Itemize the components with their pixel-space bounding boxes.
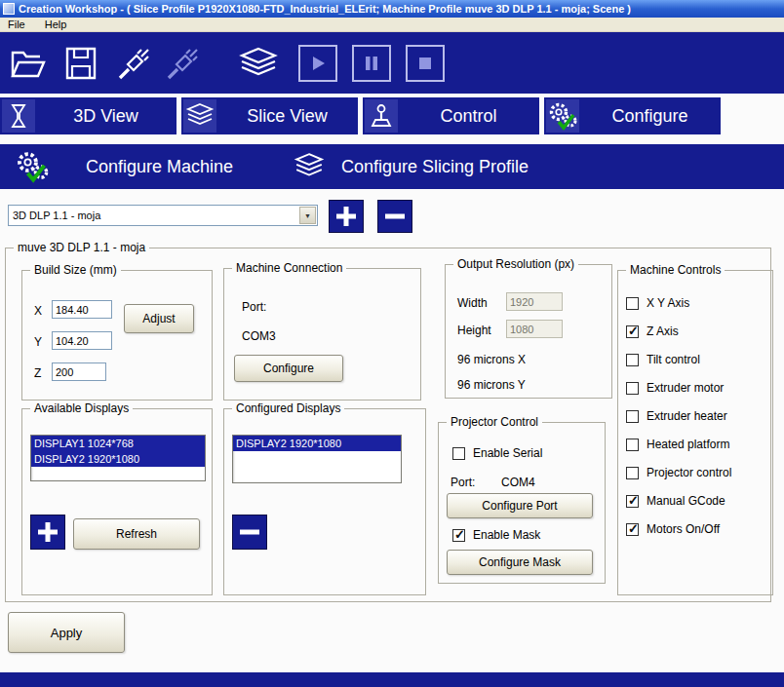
list-item-configured-display2[interactable]: DISPLAY2 1920*1080: [233, 436, 401, 451]
titlebar[interactable]: Creation Workshop - ( Slice Profile P192…: [0, 0, 784, 18]
connect-button[interactable]: [115, 40, 154, 87]
heated-platform-label: Heated platform: [647, 438, 729, 451]
tab-label-control: Control: [398, 106, 539, 127]
projector-control-group: Projector Control Enable Serial Port: CO…: [438, 422, 606, 584]
extruder-motor-label: Extruder motor: [647, 381, 724, 395]
tab-label-slice-view: Slice View: [216, 106, 358, 127]
disconnect-button[interactable]: [164, 40, 203, 87]
checkbox-row-extruder-heater: Extruder heater: [626, 409, 727, 423]
checkbox-row-manual-gcode: Manual GCode: [626, 494, 725, 508]
open-file-button[interactable]: [8, 40, 49, 87]
tab-control[interactable]: Control: [363, 97, 539, 134]
stop-button[interactable]: [406, 45, 445, 82]
disconnect-icon: [165, 45, 202, 82]
machine-connection-title: Machine Connection: [232, 261, 346, 275]
tilt-control-checkbox[interactable]: [626, 354, 639, 366]
manual-gcode-label: Manual GCode: [647, 494, 725, 508]
plus-icon: [36, 520, 59, 544]
checkbox-row-enable-mask: Enable Mask: [452, 528, 540, 542]
machine-profile-select[interactable]: 3D DLP 1.1 - moja: [8, 205, 318, 226]
open-folder-icon: [10, 47, 47, 80]
slice-button[interactable]: [236, 40, 281, 87]
subtab-label-configure-machine: Configure Machine: [86, 157, 233, 177]
xy-axis-label: X Y Axis: [647, 296, 689, 310]
app-icon: [3, 3, 15, 15]
machine-controls-title: Machine Controls: [626, 263, 725, 277]
microns-x-label: 96 microns X: [457, 353, 526, 366]
tilt-control-label: Tilt control: [647, 353, 700, 366]
dropdown-arrow-icon[interactable]: [299, 207, 316, 224]
tab-slice-view[interactable]: Slice View: [181, 97, 358, 134]
projector-port-label: Port:: [451, 476, 475, 489]
machine-settings-group-title: muve 3D DLP 1.1 - moja: [14, 241, 149, 254]
list-item-display2[interactable]: DISPLAY2 1920*1080: [31, 451, 205, 467]
machine-settings-group: muve 3D DLP 1.1 - moja Build Size (mm) X…: [5, 248, 771, 602]
apply-button[interactable]: Apply: [8, 612, 125, 653]
configure-port-button[interactable]: Configure Port: [447, 493, 593, 518]
subtab-label-configure-slicing-profile: Configure Slicing Profile: [341, 157, 529, 177]
checkbox-row-tilt-control: Tilt control: [626, 353, 700, 366]
available-displays-title: Available Displays: [30, 401, 133, 415]
z-axis-checkbox[interactable]: [626, 325, 639, 338]
extruder-heater-checkbox[interactable]: [626, 410, 639, 423]
checkbox-row-extruder-motor: Extruder motor: [626, 381, 724, 395]
slice-icon: [237, 45, 280, 82]
add-profile-button[interactable]: [329, 200, 364, 233]
pause-icon: [362, 54, 381, 73]
projector-control-checkbox[interactable]: [626, 467, 639, 479]
list-item-display1[interactable]: DISPLAY1 1024*768: [31, 436, 205, 451]
add-display-button[interactable]: [30, 515, 65, 550]
tab-configure[interactable]: Configure: [544, 97, 721, 134]
height-label: Height: [457, 324, 491, 337]
save-button[interactable]: [62, 40, 99, 87]
z-input[interactable]: [52, 363, 106, 381]
checkbox-row-motors-onoff: Motors On/Off: [626, 522, 720, 536]
menu-help[interactable]: Help: [45, 19, 67, 30]
remove-profile-button[interactable]: [377, 200, 412, 233]
extruder-motor-checkbox[interactable]: [626, 382, 639, 395]
refresh-displays-button[interactable]: Refresh: [73, 518, 200, 550]
heated-platform-checkbox[interactable]: [626, 439, 639, 451]
z-label: Z: [34, 366, 41, 380]
checkbox-row-enable-serial: Enable Serial: [452, 446, 542, 460]
output-resolution-title: Output Resolution (px): [453, 257, 578, 271]
tab-label-3d-view: 3D View: [35, 106, 176, 127]
checkbox-row-heated-platform: Heated platform: [626, 438, 729, 451]
joystick-icon: [365, 99, 398, 133]
enable-serial-checkbox[interactable]: [452, 447, 465, 460]
motors-onoff-label: Motors On/Off: [647, 522, 720, 536]
x-input[interactable]: [52, 300, 112, 319]
configure-mask-button[interactable]: Configure Mask: [447, 550, 593, 575]
bottom-bar: [0, 672, 784, 687]
remove-display-button[interactable]: [232, 515, 267, 550]
output-resolution-group: Output Resolution (px) Width Height 96 m…: [445, 264, 612, 399]
configure-connection-button[interactable]: Configure: [234, 355, 343, 382]
enable-serial-label: Enable Serial: [473, 446, 542, 460]
stop-icon: [415, 54, 435, 73]
pause-button[interactable]: [352, 45, 391, 82]
checkbox-row-z-axis: Z Axis: [626, 324, 679, 338]
build-size-title: Build Size (mm): [30, 263, 121, 277]
tab-3d-view[interactable]: 3D View: [0, 97, 176, 134]
content-area: 3D DLP 1.1 - moja muve 3D DLP 1.1 - moja…: [0, 189, 784, 672]
minus-icon: [238, 520, 261, 544]
connect-icon: [116, 45, 153, 82]
projector-control-title: Projector Control: [447, 415, 542, 429]
manual-gcode-checkbox[interactable]: [626, 495, 639, 508]
checkbox-row-projector-control: Projector control: [626, 466, 731, 479]
adjust-button[interactable]: Adjust: [124, 304, 194, 333]
hourglass-icon: [2, 99, 35, 133]
z-axis-label: Z Axis: [647, 324, 679, 338]
subtab-configure-machine[interactable]: Configure Machine: [14, 144, 233, 189]
enable-mask-checkbox[interactable]: [452, 529, 465, 542]
menu-file[interactable]: File: [8, 19, 25, 30]
toolbar: [0, 32, 784, 94]
available-displays-list: DISPLAY1 1024*768 DISPLAY2 1920*1080: [30, 435, 206, 481]
layers-icon: [291, 148, 328, 185]
subtab-configure-slicing-profile[interactable]: Configure Slicing Profile: [291, 144, 529, 189]
xy-axis-checkbox[interactable]: [626, 297, 639, 310]
y-input[interactable]: [52, 331, 112, 350]
play-button[interactable]: [298, 45, 337, 82]
motors-onoff-checkbox[interactable]: [626, 523, 639, 536]
configured-displays-group: Configured Displays DISPLAY2 1920*1080: [223, 408, 426, 595]
